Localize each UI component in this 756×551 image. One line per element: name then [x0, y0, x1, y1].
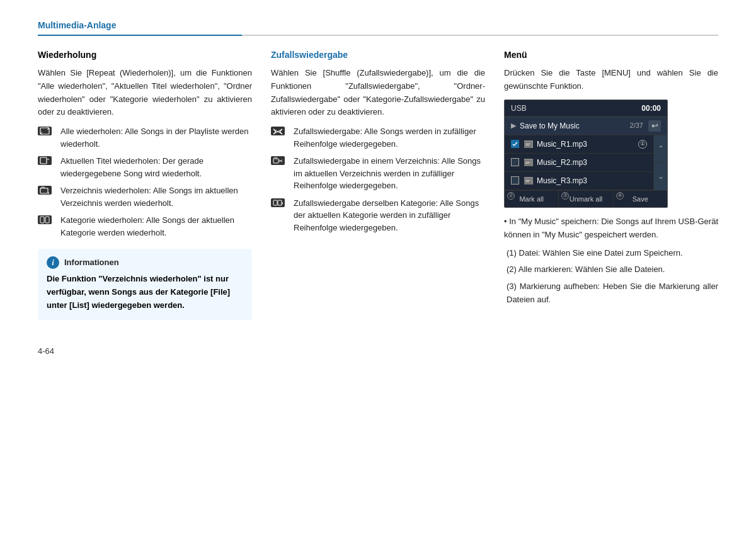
content-columns: Wiederholung Wählen Sie [Repeat (Wiederh…	[38, 48, 718, 320]
column-right: Menü Drücken Sie die Taste [MENU] und wä…	[504, 48, 718, 320]
usb-file-list: Music_R1.mp3 ① Music_R2.mp3	[505, 135, 667, 190]
page-header: Multimedia-Anlage	[38, 19, 718, 36]
shuffle-category-icon	[271, 198, 290, 210]
mid-bullet-list: Zufallswiedergabe: Alle Songs werden in …	[271, 125, 485, 234]
list-item: Zufallswiedergabe in einem Verzeichnis: …	[271, 155, 485, 192]
right-numbered-3: (3) Markierung aufheben: Heben Sie die M…	[504, 280, 718, 307]
mid-intro: Wählen Sie [Shuffle (Zufallswiedergabe)]…	[271, 67, 485, 119]
svg-rect-19	[525, 162, 530, 162]
usb-source-label: USB	[511, 103, 527, 114]
usb-back-button[interactable]: ↩	[648, 120, 661, 132]
list-item-text: Zufallswiedergabe: Alle Songs werden in …	[294, 125, 485, 150]
left-intro: Wählen Sie [Repeat (Wiederholen)], um di…	[38, 67, 252, 119]
svg-rect-8	[273, 159, 278, 163]
page-footer: 4-64	[38, 345, 718, 358]
header-divider	[38, 35, 718, 36]
list-item-text: Zufallswiedergabe in einem Verzeichnis: …	[294, 155, 485, 192]
usb-file-icon-2	[524, 159, 533, 166]
usb-file-count: 2/37	[630, 120, 643, 131]
usb-save-num: ④	[616, 192, 624, 200]
list-item: Zufallswiedergabe: Alle Songs werden in …	[271, 125, 485, 150]
list-item: Zufallswiedergabe derselben Kategorie: A…	[271, 197, 485, 234]
usb-file-icon-3	[524, 177, 533, 185]
svg-rect-12	[278, 200, 282, 205]
svg-rect-4	[40, 217, 44, 223]
info-box-header: i Informationen	[47, 256, 243, 269]
svg-rect-17	[525, 145, 529, 145]
usb-file-row-3: Music_R3.mp3	[505, 172, 653, 190]
usb-header: USB 00:00	[505, 100, 667, 117]
page-title: Multimedia-Anlage	[38, 19, 718, 32]
usb-unmark-all-label: Unmark all	[570, 195, 603, 203]
right-numbered-1: (1) Datei: Wählen Sie eine Datei zum Spe…	[504, 247, 718, 260]
usb-file-row-2: Music_R2.mp3	[505, 154, 653, 172]
usb-checkbox-3[interactable]	[511, 176, 519, 185]
repeat-category-icon	[38, 215, 57, 227]
usb-files: Music_R1.mp3 ① Music_R2.mp3	[505, 135, 653, 190]
mid-heading: Zufallswiedergabe	[271, 48, 485, 62]
repeat-folder-icon	[38, 185, 57, 198]
right-heading: Menü	[504, 48, 718, 62]
list-item-text: Verzeichnis wiederholen: Alle Songs im a…	[60, 185, 252, 209]
usb-filename-3: Music_R3.mp3	[537, 175, 647, 186]
svg-rect-5	[45, 217, 49, 223]
usb-num-1: ①	[638, 140, 647, 149]
list-item: Kategorie wiederholen: Alle Songs der ak…	[38, 214, 252, 239]
svg-rect-23	[525, 181, 529, 182]
usb-mark-all-label: Mark all	[519, 195, 544, 203]
svg-rect-11	[273, 200, 277, 205]
info-box-title: Informationen	[64, 256, 119, 269]
info-box: i Informationen Die Funktion "Verzeichni…	[38, 249, 252, 319]
usb-folder-name: Save to My Music	[520, 120, 630, 132]
usb-checkbox-1[interactable]	[511, 140, 519, 148]
usb-footer: ② Mark all ③ Unmark all ④ Save	[505, 190, 667, 208]
list-item: Verzeichnis wiederholen: Alle Songs im a…	[38, 185, 252, 209]
svg-rect-0	[40, 128, 49, 134]
usb-unmark-all-button[interactable]: ③ Unmark all	[559, 191, 613, 208]
column-left: Wiederholung Wählen Sie [Repeat (Wiederh…	[38, 48, 252, 320]
usb-save-label: Save	[633, 195, 648, 203]
usb-save-row: ▶ Save to My Music 2/37 ↩	[505, 117, 667, 135]
svg-rect-1	[40, 157, 47, 164]
usb-mark-all-button[interactable]: ② Mark all	[505, 191, 559, 208]
svg-rect-22	[525, 180, 530, 181]
usb-scroll: ⌃ ⌄	[653, 135, 667, 190]
usb-save-button[interactable]: ④ Save	[614, 191, 667, 208]
usb-file-icon-1	[524, 140, 533, 148]
list-item: Alle wiederholen: Alle Songs in der Play…	[38, 125, 252, 150]
right-numbered-2: (2) Alle markieren: Wählen Sie alle Date…	[504, 263, 718, 276]
list-item-text: Zufallswiedergabe derselben Kategorie: A…	[294, 197, 485, 234]
usb-unmark-all-num: ③	[561, 192, 569, 200]
repeat-one-icon	[38, 156, 57, 168]
right-bullet-1: • In "My Music" speichern: Die Songs auf…	[504, 215, 718, 242]
info-box-body: Die Funktion "Verzeichnis wiederholen" i…	[47, 273, 243, 312]
usb-mark-all-num: ②	[507, 192, 515, 200]
repeat-all-icon	[38, 126, 57, 139]
usb-scroll-down[interactable]: ⌄	[654, 163, 667, 190]
usb-filename-2: Music_R2.mp3	[537, 157, 647, 168]
left-bullet-list: Alle wiederholen: Alle Songs in der Play…	[38, 125, 252, 239]
left-heading: Wiederholung	[38, 48, 252, 62]
usb-widget: USB 00:00 ▶ Save to My Music 2/37 ↩	[504, 99, 668, 208]
usb-time-label: 00:00	[641, 103, 661, 114]
column-mid: Zufallswiedergabe Wählen Sie [Shuffle (Z…	[271, 48, 485, 320]
usb-filename-1: Music_R1.mp3	[537, 139, 638, 150]
list-item-text: Alle wiederholen: Alle Songs in der Play…	[60, 125, 252, 150]
shuffle-folder-icon	[271, 156, 290, 168]
page-number: 4-64	[38, 346, 54, 356]
svg-rect-3	[40, 188, 48, 193]
list-item-text: Kategorie wiederholen: Alle Songs der ak…	[60, 214, 252, 239]
info-icon: i	[47, 256, 59, 269]
shuffle-all-icon	[271, 126, 290, 139]
list-item-text: Aktuellen Titel wiederholen: Der gerade …	[60, 155, 252, 179]
usb-checkbox-2[interactable]	[511, 158, 519, 166]
usb-scroll-up[interactable]: ⌃	[654, 135, 667, 163]
usb-file-row-1: Music_R1.mp3 ①	[505, 135, 653, 154]
svg-rect-16	[525, 144, 530, 144]
list-item: Aktuellen Titel wiederholen: Der gerade …	[38, 155, 252, 179]
svg-rect-20	[525, 163, 529, 164]
right-intro: Drücken Sie die Taste [MENU] und wählen …	[504, 67, 718, 93]
